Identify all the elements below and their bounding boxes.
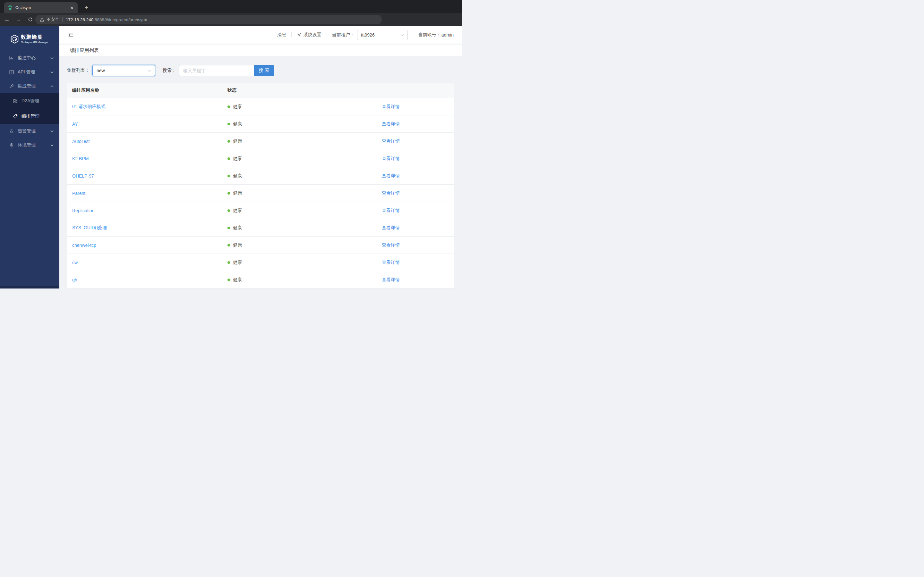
app-table: 编排应用名称 状态 01 请求响应模式 健康 查看详情 AY 健康 查看详情 A… — [67, 83, 454, 288]
collapse-sidebar-icon[interactable] — [68, 32, 74, 38]
sidebar-item-d2a-management[interactable]: D2A管理 — [0, 93, 59, 109]
sidebar-item-integration-management[interactable]: 集成管理 — [0, 79, 59, 93]
table-row: K2 BPM 健康 查看详情 — [67, 150, 454, 167]
app-name-link[interactable]: cw — [72, 260, 78, 265]
healthy-status-dot-icon — [228, 140, 230, 143]
app-name-link[interactable]: K2 BPM — [72, 156, 89, 161]
view-details-link[interactable]: 查看详情 — [382, 121, 400, 126]
tenant-value: ttt0926 — [361, 32, 375, 37]
security-text: 不安全 — [47, 17, 59, 23]
browser-tab[interactable]: Orchsym ✕ — [4, 2, 78, 13]
view-details-link[interactable]: 查看详情 — [382, 104, 400, 109]
security-chip[interactable]: 不安全 — [40, 17, 59, 23]
app-name-link[interactable]: AutoTest — [72, 139, 89, 144]
tab-close-icon[interactable]: ✕ — [69, 5, 74, 10]
status-text: 健康 — [233, 139, 242, 144]
system-settings-link[interactable]: 系统设置 — [297, 32, 321, 38]
sidebar-item-orchestration-management[interactable]: 编排管理 — [0, 109, 59, 124]
back-icon[interactable]: ← — [3, 15, 11, 24]
page-title: 编排应用列表 — [70, 47, 99, 53]
cluster-value: new — [97, 68, 105, 73]
chevron-down-icon — [50, 130, 53, 132]
view-details-link[interactable]: 查看详情 — [382, 225, 400, 230]
app-name-link[interactable]: 01 请求响应模式 — [72, 104, 105, 109]
table-row: OHELP-97 健康 查看详情 — [67, 167, 454, 185]
status-text: 健康 — [233, 156, 242, 161]
healthy-status-dot-icon — [228, 175, 230, 177]
app-name-link[interactable]: gh — [72, 277, 78, 282]
sidebar-item-api-management[interactable]: API 管理 — [0, 65, 59, 79]
omnibox-divider — [62, 17, 63, 22]
chevron-down-icon — [50, 144, 53, 146]
messages-link[interactable]: 消息 — [277, 32, 286, 38]
view-details-link[interactable]: 查看详情 — [382, 277, 400, 282]
status-text: 健康 — [233, 173, 242, 179]
status-text: 健康 — [233, 104, 242, 110]
app-name-link[interactable]: chenwei-tcp — [72, 243, 96, 248]
healthy-status-dot-icon — [228, 261, 230, 264]
healthy-status-dot-icon — [228, 157, 230, 160]
brand: 数聚蜂巢 Orchsym API Manager — [0, 26, 59, 44]
app-name-link[interactable]: AY — [72, 121, 78, 127]
brand-subtitle: Orchsym API Manager — [21, 41, 48, 44]
table-row: SYS_GUID()处理 健康 查看详情 — [67, 219, 454, 237]
status-text: 健康 — [233, 208, 242, 213]
healthy-status-dot-icon — [228, 210, 230, 212]
gear-icon — [297, 32, 302, 37]
sidebar-item-monitor-center[interactable]: 监控中心 — [0, 51, 59, 65]
chevron-down-icon — [50, 71, 53, 73]
search-button[interactable]: 搜 索 — [254, 65, 274, 76]
table-row: AutoTest 健康 查看详情 — [67, 133, 454, 150]
tab-title: Orchsym — [15, 5, 69, 10]
chevron-down-icon — [401, 34, 404, 36]
table-row: 01 请求响应模式 健康 查看详情 — [67, 98, 454, 115]
brand-title: 数聚蜂巢 — [21, 34, 48, 40]
sidebar: 数聚蜂巢 Orchsym API Manager 监控中心 API 管理 — [0, 26, 59, 288]
account-label: 当前账号： — [418, 32, 441, 38]
table-row: gh 健康 查看详情 — [67, 271, 454, 288]
layout-icon — [9, 69, 14, 75]
view-details-link[interactable]: 查看详情 — [382, 173, 400, 178]
header-divider — [326, 32, 327, 37]
orchsym-logo-icon — [11, 35, 19, 44]
breadcrumb-bar: 编排应用列表 — [59, 45, 462, 56]
tenant-label: 当前租户： — [332, 32, 355, 38]
app-name-link[interactable]: Replication — [72, 208, 94, 213]
table-body: 01 请求响应模式 健康 查看详情 AY 健康 查看详情 AutoTest 健康… — [67, 98, 454, 288]
view-details-link[interactable]: 查看详情 — [382, 208, 400, 213]
brand-text: 数聚蜂巢 Orchsym API Manager — [21, 34, 48, 44]
view-details-link[interactable]: 查看详情 — [382, 156, 400, 161]
cluster-select[interactable]: new — [92, 65, 155, 76]
bar-chart-icon — [9, 55, 14, 61]
warning-icon — [40, 18, 44, 22]
view-details-link[interactable]: 查看详情 — [382, 139, 400, 143]
content: 集群列表： new 搜索： 搜 索 编排应用名称 状态 01 请求响 — [59, 56, 462, 288]
forward-icon[interactable]: → — [14, 15, 23, 24]
status-text: 健康 — [233, 277, 242, 283]
sidebar-item-label: 环境管理 — [18, 142, 36, 148]
new-tab-button[interactable]: + — [82, 3, 90, 12]
search-box: 搜 索 — [179, 65, 274, 76]
app-name-link[interactable]: Parent — [72, 191, 86, 196]
reload-icon[interactable] — [26, 15, 35, 24]
sidebar-item-label: API 管理 — [18, 69, 35, 75]
url-text: 172.18.28.240:8888/#/integrated/orchsym/ — [66, 17, 147, 22]
sidebar-item-alert-management[interactable]: 告警管理 — [0, 124, 59, 138]
app-name-link[interactable]: OHELP-97 — [72, 173, 94, 179]
tenant-select[interactable]: ttt0926 — [357, 30, 408, 40]
view-details-link[interactable]: 查看详情 — [382, 259, 400, 265]
sidebar-nav: 监控中心 API 管理 集成管理 — [0, 51, 59, 152]
app-name-link[interactable]: SYS_GUID()处理 — [72, 225, 107, 230]
alarm-icon — [9, 129, 14, 134]
url-path: :8888/#/integrated/orchsym/ — [94, 17, 147, 22]
address-bar[interactable]: 不安全 172.18.28.240:8888/#/integrated/orch… — [35, 15, 382, 24]
view-details-link[interactable]: 查看详情 — [382, 190, 400, 195]
view-details-link[interactable]: 查看详情 — [382, 242, 400, 247]
sidebar-item-environment-management[interactable]: 环境管理 — [0, 138, 59, 152]
search-input[interactable] — [179, 65, 254, 76]
sidebar-item-label: D2A管理 — [21, 98, 39, 104]
filter-row: 集群列表： new 搜索： 搜 索 — [67, 65, 454, 76]
sidebar-footer-strip — [0, 286, 59, 288]
tag-icon — [13, 114, 18, 119]
tab-strip: Orchsym ✕ + — [0, 0, 462, 13]
